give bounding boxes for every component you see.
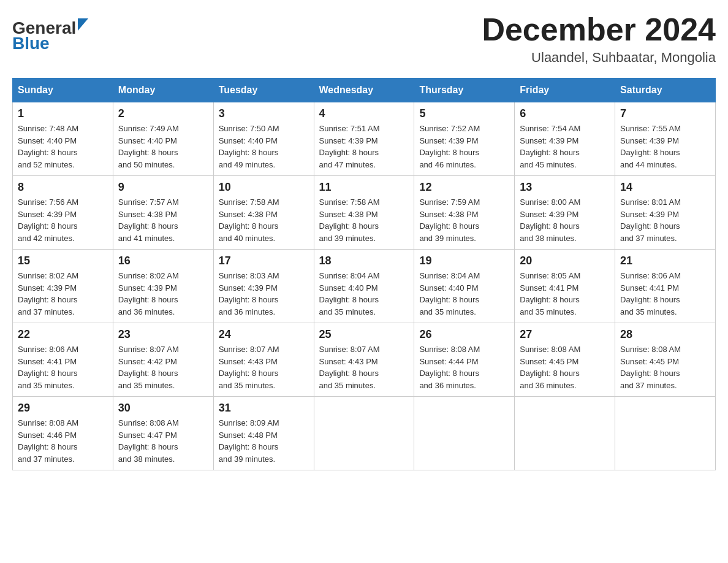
calendar-cell [615, 397, 716, 470]
calendar-cell: 3Sunrise: 7:50 AMSunset: 4:40 PMDaylight… [213, 102, 314, 176]
header-friday: Friday [515, 79, 615, 102]
day-number: 1 [18, 107, 108, 120]
calendar-week-row: 22Sunrise: 8:06 AMSunset: 4:41 PMDayligh… [13, 323, 716, 397]
day-number: 16 [118, 255, 208, 267]
day-info: Sunrise: 8:04 AMSunset: 4:40 PMDaylight:… [419, 270, 509, 318]
calendar-cell: 4Sunrise: 7:51 AMSunset: 4:39 PMDaylight… [314, 102, 414, 176]
header-sunday: Sunday [13, 79, 113, 102]
day-number: 30 [118, 402, 208, 415]
day-number: 18 [319, 255, 409, 267]
calendar-cell: 16Sunrise: 8:02 AMSunset: 4:39 PMDayligh… [113, 250, 213, 323]
calendar-week-row: 29Sunrise: 8:08 AMSunset: 4:46 PMDayligh… [13, 397, 716, 470]
day-info: Sunrise: 8:08 AMSunset: 4:45 PMDaylight:… [520, 343, 610, 391]
day-info: Sunrise: 8:01 AMSunset: 4:39 PMDaylight:… [620, 196, 710, 244]
day-number: 21 [620, 255, 710, 267]
calendar-cell: 28Sunrise: 8:08 AMSunset: 4:45 PMDayligh… [615, 323, 716, 397]
logo: General Blue [12, 12, 98, 52]
header-saturday: Saturday [615, 79, 716, 102]
day-number: 3 [219, 107, 309, 120]
calendar-cell: 30Sunrise: 8:08 AMSunset: 4:47 PMDayligh… [113, 397, 213, 470]
day-info: Sunrise: 8:06 AMSunset: 4:41 PMDaylight:… [620, 270, 710, 318]
calendar-cell [515, 397, 615, 470]
calendar-cell: 31Sunrise: 8:09 AMSunset: 4:48 PMDayligh… [213, 397, 314, 470]
day-info: Sunrise: 7:52 AMSunset: 4:39 PMDaylight:… [419, 123, 509, 170]
day-info: Sunrise: 7:55 AMSunset: 4:39 PMDaylight:… [620, 123, 710, 170]
calendar-cell: 9Sunrise: 7:57 AMSunset: 4:38 PMDaylight… [113, 176, 213, 250]
day-number: 4 [319, 107, 409, 120]
day-info: Sunrise: 8:08 AMSunset: 4:47 PMDaylight:… [118, 417, 208, 465]
day-info: Sunrise: 8:02 AMSunset: 4:39 PMDaylight:… [118, 270, 208, 318]
logo-svg: General Blue [12, 12, 98, 52]
calendar-cell: 26Sunrise: 8:08 AMSunset: 4:44 PMDayligh… [414, 323, 515, 397]
calendar-cell: 7Sunrise: 7:55 AMSunset: 4:39 PMDaylight… [615, 102, 716, 176]
header-wednesday: Wednesday [314, 79, 414, 102]
day-number: 5 [419, 107, 509, 120]
day-number: 31 [219, 402, 309, 415]
day-info: Sunrise: 7:51 AMSunset: 4:39 PMDaylight:… [319, 123, 409, 170]
calendar-cell: 17Sunrise: 8:03 AMSunset: 4:39 PMDayligh… [213, 250, 314, 323]
calendar-cell: 21Sunrise: 8:06 AMSunset: 4:41 PMDayligh… [615, 250, 716, 323]
day-number: 7 [620, 107, 710, 120]
day-info: Sunrise: 8:07 AMSunset: 4:42 PMDaylight:… [118, 343, 208, 391]
calendar-cell: 8Sunrise: 7:56 AMSunset: 4:39 PMDaylight… [13, 176, 113, 250]
day-info: Sunrise: 7:50 AMSunset: 4:40 PMDaylight:… [219, 123, 309, 170]
day-info: Sunrise: 8:08 AMSunset: 4:46 PMDaylight:… [18, 417, 108, 465]
day-number: 6 [520, 107, 610, 120]
day-info: Sunrise: 7:59 AMSunset: 4:38 PMDaylight:… [419, 196, 509, 244]
page-header: General Blue December 2024 Ulaandel, Suh… [12, 12, 716, 66]
day-number: 27 [520, 328, 610, 341]
day-info: Sunrise: 8:04 AMSunset: 4:40 PMDaylight:… [319, 270, 409, 318]
svg-text:Blue: Blue [12, 34, 50, 52]
day-info: Sunrise: 7:48 AMSunset: 4:40 PMDaylight:… [18, 123, 108, 170]
calendar-cell: 10Sunrise: 7:58 AMSunset: 4:38 PMDayligh… [213, 176, 314, 250]
calendar-cell: 18Sunrise: 8:04 AMSunset: 4:40 PMDayligh… [314, 250, 414, 323]
calendar-week-row: 1Sunrise: 7:48 AMSunset: 4:40 PMDaylight… [13, 102, 716, 176]
day-info: Sunrise: 8:08 AMSunset: 4:45 PMDaylight:… [620, 343, 710, 391]
day-number: 19 [419, 255, 509, 267]
day-info: Sunrise: 8:00 AMSunset: 4:39 PMDaylight:… [520, 196, 610, 244]
day-info: Sunrise: 8:09 AMSunset: 4:48 PMDaylight:… [219, 417, 309, 465]
month-title: December 2024 [482, 12, 716, 47]
day-info: Sunrise: 7:56 AMSunset: 4:39 PMDaylight:… [18, 196, 108, 244]
calendar-cell: 22Sunrise: 8:06 AMSunset: 4:41 PMDayligh… [13, 323, 113, 397]
day-number: 28 [620, 328, 710, 341]
calendar-table: Sunday Monday Tuesday Wednesday Thursday… [12, 78, 716, 470]
calendar-cell [414, 397, 515, 470]
day-info: Sunrise: 7:58 AMSunset: 4:38 PMDaylight:… [219, 196, 309, 244]
day-info: Sunrise: 8:02 AMSunset: 4:39 PMDaylight:… [18, 270, 108, 318]
day-number: 2 [118, 107, 208, 120]
day-info: Sunrise: 8:06 AMSunset: 4:41 PMDaylight:… [18, 343, 108, 391]
header-thursday: Thursday [414, 79, 515, 102]
day-number: 12 [419, 181, 509, 194]
calendar-cell [314, 397, 414, 470]
calendar-cell: 20Sunrise: 8:05 AMSunset: 4:41 PMDayligh… [515, 250, 615, 323]
day-info: Sunrise: 8:08 AMSunset: 4:44 PMDaylight:… [419, 343, 509, 391]
calendar-cell: 13Sunrise: 8:00 AMSunset: 4:39 PMDayligh… [515, 176, 615, 250]
day-number: 26 [419, 328, 509, 341]
day-info: Sunrise: 7:57 AMSunset: 4:38 PMDaylight:… [118, 196, 208, 244]
day-number: 17 [219, 255, 309, 267]
day-number: 10 [219, 181, 309, 194]
day-number: 20 [520, 255, 610, 267]
day-number: 24 [219, 328, 309, 341]
calendar-cell: 23Sunrise: 8:07 AMSunset: 4:42 PMDayligh… [113, 323, 213, 397]
header-tuesday: Tuesday [213, 79, 314, 102]
calendar-cell: 12Sunrise: 7:59 AMSunset: 4:38 PMDayligh… [414, 176, 515, 250]
calendar-cell: 27Sunrise: 8:08 AMSunset: 4:45 PMDayligh… [515, 323, 615, 397]
calendar-cell: 5Sunrise: 7:52 AMSunset: 4:39 PMDaylight… [414, 102, 515, 176]
location-subtitle: Ulaandel, Suhbaatar, Mongolia [482, 50, 716, 66]
day-number: 8 [18, 181, 108, 194]
calendar-cell: 2Sunrise: 7:49 AMSunset: 4:40 PMDaylight… [113, 102, 213, 176]
header-monday: Monday [113, 79, 213, 102]
calendar-cell: 19Sunrise: 8:04 AMSunset: 4:40 PMDayligh… [414, 250, 515, 323]
day-number: 23 [118, 328, 208, 341]
day-number: 11 [319, 181, 409, 194]
day-info: Sunrise: 8:07 AMSunset: 4:43 PMDaylight:… [319, 343, 409, 391]
calendar-cell: 6Sunrise: 7:54 AMSunset: 4:39 PMDaylight… [515, 102, 615, 176]
calendar-cell: 15Sunrise: 8:02 AMSunset: 4:39 PMDayligh… [13, 250, 113, 323]
day-number: 22 [18, 328, 108, 341]
day-info: Sunrise: 8:07 AMSunset: 4:43 PMDaylight:… [219, 343, 309, 391]
calendar-cell: 29Sunrise: 8:08 AMSunset: 4:46 PMDayligh… [13, 397, 113, 470]
day-info: Sunrise: 7:58 AMSunset: 4:38 PMDaylight:… [319, 196, 409, 244]
day-info: Sunrise: 8:05 AMSunset: 4:41 PMDaylight:… [520, 270, 610, 318]
